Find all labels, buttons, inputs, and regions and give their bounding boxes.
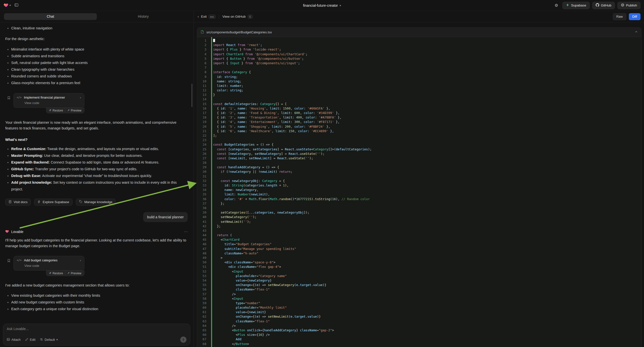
edit-mode-button[interactable]: Edit xyxy=(25,338,35,342)
tool-call-block: </> Add budget categories › View code ↺ … xyxy=(7,256,188,276)
lovable-logo-menu[interactable]: ▾ xyxy=(4,3,11,8)
file-path: src/components/budget/BudgetCategories.t… xyxy=(206,30,272,34)
line-number: 25 xyxy=(197,147,208,152)
line-number: 23 xyxy=(197,138,208,142)
preview-button[interactable]: ↗ Preview xyxy=(65,109,84,112)
line-number: 46 xyxy=(197,242,208,246)
line-number: 45 xyxy=(197,238,208,242)
code-line: 28 xyxy=(197,160,641,165)
external-link-icon: ↗ xyxy=(67,272,70,275)
line-number: 17 xyxy=(197,111,208,115)
code-line: 57 /> xyxy=(197,292,641,296)
list-item: Rounded corners and subtle shadows xyxy=(11,73,188,80)
code-change-card[interactable]: </> Implement financial planner › View c… xyxy=(14,93,84,108)
github-button[interactable]: GitHub xyxy=(592,2,615,9)
chat-message-list[interactable]: Clean, intuitive navigation For the desi… xyxy=(0,22,194,322)
attach-button[interactable]: Attach xyxy=(7,338,21,342)
manage-knowledge-button[interactable]: Manage knowledge xyxy=(76,199,116,206)
panel-toggle-icon xyxy=(14,3,18,8)
preview-button[interactable]: ↗ Preview xyxy=(65,272,84,275)
globe-icon xyxy=(621,3,624,8)
line-number: 19 xyxy=(197,120,208,124)
message-more-button[interactable]: ⋯ xyxy=(184,230,188,234)
restore-button[interactable]: ↺ Restore xyxy=(47,109,65,112)
project-switcher[interactable]: financial-future-creator ▾ xyxy=(303,4,341,8)
code-line: 44 return ( xyxy=(197,233,641,238)
line-number: 57 xyxy=(197,292,208,296)
line-number: 30 xyxy=(197,170,208,174)
code-line: 21 { id: '6', name: 'Healthcare', limit:… xyxy=(197,129,641,134)
chevron-down-icon: ▾ xyxy=(10,4,11,7)
whats-next-heading: What's next? xyxy=(5,138,188,142)
line-number: 38 xyxy=(197,206,208,210)
list-item: Expand with Backend: Connect Supabase to… xyxy=(11,159,188,166)
heart-icon xyxy=(5,230,9,234)
line-number: 51 xyxy=(197,264,208,269)
restore-preview-bar: ↺ Restore ↗ Preview xyxy=(46,108,84,113)
send-button[interactable]: ↑ xyxy=(180,336,186,343)
tab-history[interactable]: History xyxy=(97,13,190,20)
explore-supabase-button[interactable]: Explore Supabase xyxy=(34,199,72,206)
chat-input[interactable] xyxy=(7,327,186,331)
code-line: 67 Add xyxy=(197,337,641,342)
line-number: 49 xyxy=(197,256,208,260)
settings-button[interactable]: ⚙ xyxy=(553,2,560,9)
code-line: 65 <Button onClick={handleAddCategory} c… xyxy=(197,328,641,332)
view-code-link[interactable]: View code xyxy=(24,264,81,268)
restore-label: Restore xyxy=(52,109,63,112)
line-number: 54 xyxy=(197,278,208,283)
mode-select-button[interactable]: Default ▾ xyxy=(40,338,58,342)
list-item: Clean typography with clear hierarchies xyxy=(11,66,188,73)
tab-chat[interactable]: Chat xyxy=(4,13,97,20)
file-header[interactable]: src/components/budget/BudgetCategories.t… xyxy=(197,28,641,37)
github-label: GitHub xyxy=(601,4,612,7)
esc-shortcut-badge: esc xyxy=(208,15,216,19)
line-number: 65 xyxy=(197,328,208,332)
code-editor[interactable]: 12import React from 'react';3import { Pl… xyxy=(197,37,641,347)
code-line: 59 type="number" xyxy=(197,301,641,306)
divider xyxy=(219,15,219,19)
code-line: 52 <Input xyxy=(197,269,641,274)
view-code-link[interactable]: View code xyxy=(24,101,81,105)
code-change-card[interactable]: </> Add budget categories › View code xyxy=(14,256,84,270)
code-line: 36 color: '#' + Math.floor(Math.random()… xyxy=(197,197,641,202)
bolt-icon xyxy=(37,200,40,204)
raw-button[interactable]: Raw xyxy=(613,13,626,20)
line-number: 22 xyxy=(197,134,208,138)
line-number: 4 xyxy=(197,52,208,56)
code-line: 23 xyxy=(197,138,641,142)
chat-scrollbar-thumb[interactable] xyxy=(192,84,192,107)
code-icon: </> xyxy=(17,96,22,99)
diff-added-bar xyxy=(211,37,212,347)
code-line: 40 setNewCategory(''); xyxy=(197,215,641,219)
code-line: 35 limit: Number(newLimit), xyxy=(197,192,641,197)
code-line: 7 xyxy=(197,66,641,70)
pencil-icon xyxy=(25,338,28,342)
diff-button[interactable]: Diff xyxy=(629,13,640,20)
code-line: 61 value={newLimit} xyxy=(197,310,641,314)
chat-composer: Attach Edit Default ▾ ↑ xyxy=(3,324,190,346)
publish-button[interactable]: Publish xyxy=(617,2,640,9)
line-number: 29 xyxy=(197,165,208,170)
collapse-file-button[interactable] xyxy=(635,30,638,34)
code-line: 14 xyxy=(197,97,641,102)
code-line: 2import React from 'react'; xyxy=(197,43,641,47)
sidebar-toggle-button[interactable] xyxy=(13,2,20,9)
line-number: 40 xyxy=(197,215,208,219)
visit-docs-button[interactable]: Visit docs xyxy=(5,199,30,206)
heart-logo-icon xyxy=(4,3,8,8)
line-number: 6 xyxy=(197,61,208,66)
code-line: 4import ChartCard from '@/components/ui/… xyxy=(197,52,641,56)
restore-button[interactable]: ↺ Restore xyxy=(47,272,65,275)
view-on-github-button[interactable]: View on GitHub G xyxy=(222,15,253,19)
code-line: 63 className="flex-1" xyxy=(197,319,641,324)
line-number: 15 xyxy=(197,102,208,106)
code-line: 8interface Category { xyxy=(197,70,641,74)
code-line: 13} xyxy=(197,92,641,97)
line-number: 10 xyxy=(197,79,208,84)
restore-label: Restore xyxy=(52,272,63,275)
manage-knowledge-label: Manage knowledge xyxy=(84,200,112,204)
code-line: 26 const [newCategory, setNewCategory] =… xyxy=(197,152,641,156)
exit-button[interactable]: ‹ Exit esc xyxy=(198,14,216,19)
supabase-button[interactable]: Supabase xyxy=(562,2,590,9)
